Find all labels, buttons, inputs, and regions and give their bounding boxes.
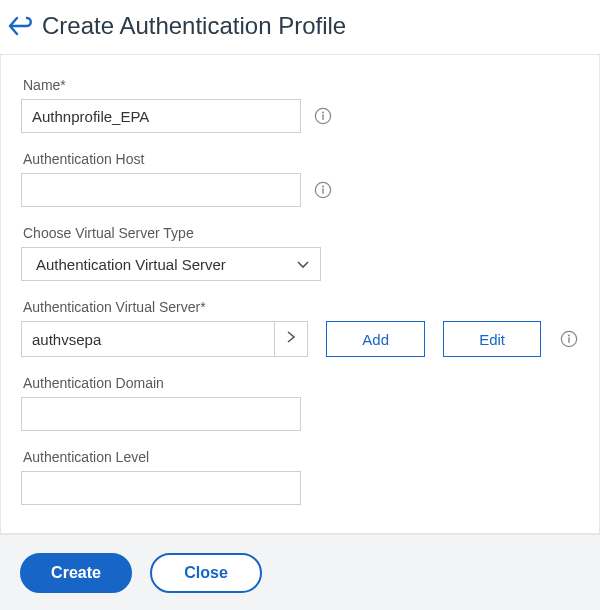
form-panel: Name* Authentication Host Choose Virtual…: [0, 54, 600, 534]
page-header: Create Authentication Profile: [0, 0, 600, 54]
page-title: Create Authentication Profile: [42, 12, 346, 40]
field-name: Name*: [1, 59, 599, 133]
field-auth-host: Authentication Host: [1, 133, 599, 207]
avs-input-group: [21, 321, 308, 357]
auth-domain-label: Authentication Domain: [23, 375, 579, 391]
avs-browse-button[interactable]: [274, 321, 308, 357]
field-auth-domain: Authentication Domain: [1, 357, 599, 431]
field-avs: Authentication Virtual Server* Add Edit: [1, 281, 599, 357]
edit-button-label: Edit: [479, 331, 505, 348]
svg-rect-5: [322, 188, 323, 193]
name-label: Name*: [23, 77, 579, 93]
vstype-select[interactable]: Authentication Virtual Server: [21, 247, 321, 281]
svg-point-7: [568, 334, 570, 336]
name-input[interactable]: [21, 99, 301, 133]
info-icon[interactable]: [559, 329, 579, 349]
auth-level-label: Authentication Level: [23, 449, 579, 465]
auth-host-input[interactable]: [21, 173, 301, 207]
add-button-label: Add: [362, 331, 389, 348]
footer-bar: Create Close: [0, 534, 600, 610]
avs-label: Authentication Virtual Server*: [23, 299, 579, 315]
add-button[interactable]: Add: [326, 321, 424, 357]
vstype-value: Authentication Virtual Server: [36, 256, 226, 273]
svg-rect-2: [322, 114, 323, 119]
create-button[interactable]: Create: [20, 553, 132, 593]
svg-point-4: [322, 185, 324, 187]
vstype-label: Choose Virtual Server Type: [23, 225, 579, 241]
close-button-label: Close: [184, 564, 228, 582]
field-vstype: Choose Virtual Server Type Authenticatio…: [1, 207, 599, 281]
svg-rect-8: [568, 337, 569, 342]
auth-domain-input[interactable]: [21, 397, 301, 431]
chevron-right-icon: [285, 330, 297, 348]
field-auth-level: Authentication Level: [1, 431, 599, 505]
avs-input[interactable]: [21, 321, 274, 357]
close-button[interactable]: Close: [150, 553, 262, 593]
create-button-label: Create: [51, 564, 101, 582]
info-icon[interactable]: [313, 106, 333, 126]
auth-level-input[interactable]: [21, 471, 301, 505]
info-icon[interactable]: [313, 180, 333, 200]
chevron-down-icon: [296, 257, 310, 271]
svg-point-1: [322, 111, 324, 113]
auth-host-label: Authentication Host: [23, 151, 579, 167]
back-arrow-icon[interactable]: [8, 15, 32, 37]
edit-button[interactable]: Edit: [443, 321, 541, 357]
